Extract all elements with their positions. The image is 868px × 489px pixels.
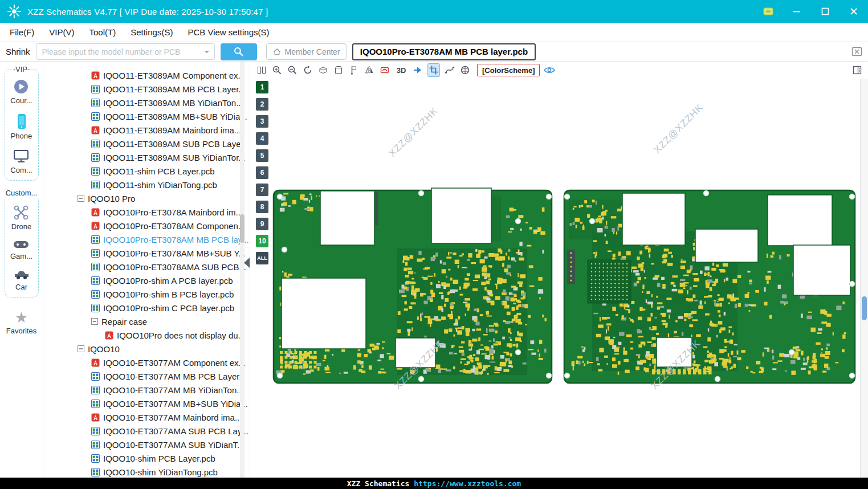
tree-item-label: IQOO10Pro-shim C PCB layer.pcb [103, 303, 234, 313]
probe-flag-icon[interactable] [348, 64, 360, 76]
tree-scrollbar-thumb[interactable] [240, 214, 244, 243]
tree-item[interactable]: IQOO11-ET3089AM MB PCB Layer. [43, 82, 250, 96]
crop-icon[interactable] [427, 63, 440, 77]
right-panel-handle[interactable] [862, 296, 867, 320]
trackball-icon[interactable] [459, 64, 471, 76]
collapse-icon[interactable] [91, 318, 98, 325]
tree-item[interactable]: IQOO10Pro-ET3078AM MB+SUB Y... [43, 246, 250, 260]
tree-item[interactable]: IQOO10-ET3077AMA SUB YiDianT... [43, 438, 250, 451]
gamepad-icon [13, 239, 30, 250]
menu-item-vipv[interactable]: VIP(V) [42, 27, 81, 37]
tree-item[interactable]: IQOO11-ET3089AM SUB PCB Layer [43, 137, 250, 150]
tree-item[interactable]: IQOO10-ET3077AM MB PCB Layer. [43, 369, 250, 383]
collapse-icon[interactable] [78, 195, 84, 202]
sidebar-item-phone[interactable]: Phone [11, 113, 32, 140]
sidebar-item-course[interactable]: Cour... [10, 79, 32, 105]
board-box2-icon[interactable] [333, 64, 344, 76]
tree-item[interactable]: IQOO10Pro does not display du... [43, 328, 250, 342]
tree-item[interactable]: IQOO10Pro-shim A PCB layer.pcb [43, 274, 250, 287]
tree-item-label: IQOO10Pro-shim B PCB layer.pcb [103, 290, 234, 299]
tree-item[interactable]: IQOO11-shim PCB Layer.pcb [43, 164, 250, 178]
tree-item[interactable]: IQOO11-ET3089AM SUB YiDianTor... [43, 150, 250, 164]
menu-item-toolt[interactable]: Tool(T) [82, 27, 124, 37]
tree-item[interactable]: IQOO11-ET3089AM Mainbord ima... [43, 123, 250, 137]
board-box-icon[interactable] [317, 64, 329, 76]
layer-button-10[interactable]: 10 [256, 235, 268, 247]
layer-button-8[interactable]: 8 [256, 201, 268, 213]
close-document-icon[interactable] [851, 47, 862, 56]
layer-button-4[interactable]: 4 [256, 132, 268, 145]
sidebar-item-drone[interactable]: Drone [11, 205, 31, 231]
menu-bar: File(F)VIP(V)Tool(T)Settings(S)PCB View … [0, 23, 868, 42]
layer-button-9[interactable]: 9 [256, 218, 268, 230]
menu-item-pcbviewsettingss[interactable]: PCB View settings(S) [180, 27, 276, 37]
layer-button-5[interactable]: 5 [256, 149, 268, 162]
collapse-icon[interactable] [78, 345, 84, 352]
tree-item[interactable]: IQOO10-ET3077AM Mainbord ima... [43, 410, 250, 424]
visibility-icon[interactable] [544, 64, 555, 76]
menu-item-filef[interactable]: File(F) [2, 27, 42, 37]
colorscheme-button[interactable]: [ColorScheme] [477, 64, 540, 76]
jump-arrow-icon[interactable] [412, 64, 423, 76]
sidebar-item-game[interactable]: Gam... [10, 239, 32, 260]
zoom-out-icon[interactable] [287, 64, 298, 76]
vip-section-label: -VIP- [11, 65, 32, 74]
zoom-in-icon[interactable] [271, 64, 283, 76]
tree-item[interactable]: IQOO10Pro-ET3078AM Componen... [43, 219, 250, 233]
tree-node[interactable]: IQOO10 Pro [43, 191, 250, 205]
canvas-scrollbar[interactable] [860, 79, 868, 478]
sidebar-item-computer[interactable]: Com... [10, 148, 32, 174]
minimize-button[interactable] [789, 4, 804, 19]
tree-item[interactable]: IQOO10-ET3077AM MB YiDianTon... [43, 383, 250, 397]
tree-item[interactable]: IQOO10Pro-shim B PCB layer.pcb [43, 287, 250, 301]
layer-button-1[interactable]: 1 [256, 81, 268, 93]
flip-board-red-icon[interactable] [379, 64, 390, 76]
search-button[interactable] [221, 43, 257, 60]
tree-item[interactable]: IQOO10Pro-shim C PCB layer.pcb [43, 301, 250, 315]
safe-box-icon[interactable] [761, 4, 776, 19]
dropdown-caret-icon[interactable] [204, 50, 210, 54]
tree-item[interactable]: IQOO10-shim PCB Layer.pcb [43, 451, 250, 465]
statusbar-url-link[interactable]: https://www.xzztools.com [414, 479, 521, 488]
layer-button-7[interactable]: 7 [256, 184, 268, 196]
layer-button-6[interactable]: 6 [256, 166, 268, 179]
tree-node[interactable]: IQOO10 [43, 342, 250, 356]
search-input[interactable] [41, 47, 202, 57]
tree-scrollbar[interactable] [240, 62, 244, 478]
close-button[interactable] [846, 4, 861, 19]
member-center-button[interactable]: Member Center [266, 43, 347, 60]
pcb-file-icon [91, 85, 100, 93]
layer-button-2[interactable]: 2 [256, 98, 268, 111]
tree-item[interactable]: IQOO10-shim YiDianTong.pcb [43, 465, 250, 478]
shrink-button[interactable]: Shrink [6, 47, 30, 56]
layer-button-3[interactable]: 3 [256, 115, 268, 128]
tree-item[interactable]: IQOO11-ET3089AM Component ex... [43, 68, 250, 82]
pcb-canvas[interactable]: XZZ@XZZHKXZZ@XZZHKXZZ@XZZHKXZZ@XZZHK 123… [250, 79, 861, 478]
pcb-file-icon [91, 276, 100, 285]
layer-button-all[interactable]: ALL [256, 252, 268, 264]
tree-item[interactable]: IQOO11-shim YiDianTong.pcb [43, 178, 250, 191]
tree-item[interactable]: IQOO11-ET3089AM MB+SUB YiDia... [43, 109, 250, 123]
sidebar-item-car[interactable]: Car [13, 268, 30, 291]
menu-item-settingss[interactable]: Settings(S) [123, 27, 180, 37]
refresh-icon[interactable] [302, 64, 313, 76]
tree-item[interactable]: IQOO11-ET3089AM MB YiDianTon... [43, 96, 250, 109]
tree-item[interactable]: IQOO10Pro-ET3078AMA SUB PCB... [43, 260, 250, 274]
threed-label[interactable]: 3D [394, 64, 408, 76]
tree-item[interactable]: IQOO10Pro-ET3078AM MB PCB lay... [43, 233, 250, 246]
tree-item[interactable]: IQOO10-ET3077AM Component ex... [43, 356, 250, 369]
tree-node[interactable]: Repair case [43, 315, 250, 328]
pcb-file-icon [91, 454, 100, 463]
tree-item[interactable]: IQOO10-ET3077AM MB+SUB YiDia... [43, 397, 250, 410]
sidebar-item-favorites[interactable]: ★ Favorites [6, 310, 36, 335]
tree-collapse-handle[interactable] [244, 258, 250, 268]
maximize-button[interactable] [818, 4, 833, 19]
tree-item[interactable]: IQOO10-ET3077AMA SUB PCB Lay... [43, 424, 250, 438]
viewer-panel: 3D[ColorScheme] X [250, 62, 868, 478]
tree-item[interactable]: IQOO10Pro-ET3078A Mainbord im... [43, 205, 250, 219]
flip-horizontal-icon[interactable] [364, 64, 375, 76]
curve-icon[interactable] [444, 64, 455, 76]
active-document-tab[interactable]: IQOO10Pro-ET3078AM MB PCB layer.pcb [352, 43, 536, 60]
split-view-icon[interactable] [256, 64, 267, 76]
layers-panel-icon[interactable] [852, 65, 862, 75]
